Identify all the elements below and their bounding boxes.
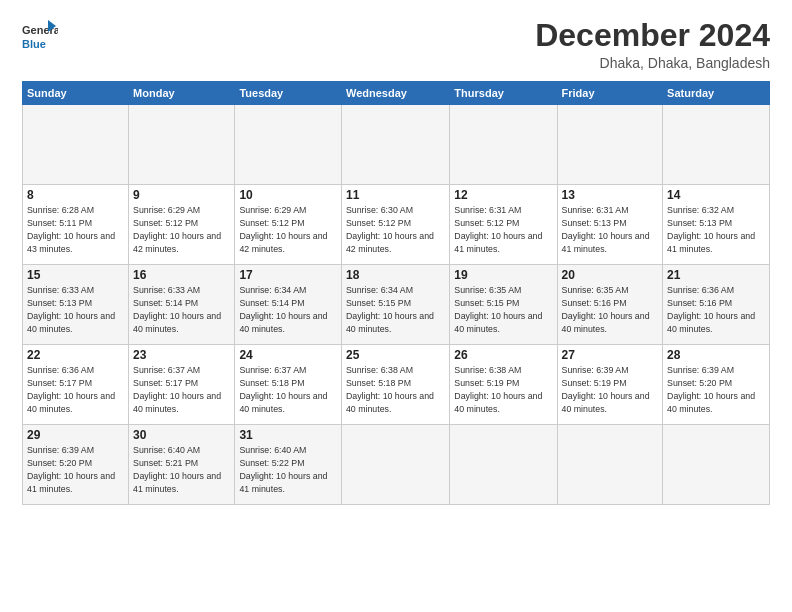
table-row bbox=[341, 105, 449, 185]
col-sunday: Sunday bbox=[23, 82, 129, 105]
day-number: 29 bbox=[27, 428, 124, 442]
day-info: Sunrise: 6:40 AMSunset: 5:22 PMDaylight:… bbox=[239, 445, 327, 494]
day-number: 18 bbox=[346, 268, 445, 282]
table-row: 13 Sunrise: 6:31 AMSunset: 5:13 PMDaylig… bbox=[557, 185, 663, 265]
table-row: 22 Sunrise: 6:36 AMSunset: 5:17 PMDaylig… bbox=[23, 345, 129, 425]
table-row: 16 Sunrise: 6:33 AMSunset: 5:14 PMDaylig… bbox=[129, 265, 235, 345]
day-number: 15 bbox=[27, 268, 124, 282]
day-info: Sunrise: 6:35 AMSunset: 5:16 PMDaylight:… bbox=[562, 285, 650, 334]
day-info: Sunrise: 6:31 AMSunset: 5:12 PMDaylight:… bbox=[454, 205, 542, 254]
day-info: Sunrise: 6:37 AMSunset: 5:17 PMDaylight:… bbox=[133, 365, 221, 414]
day-number: 19 bbox=[454, 268, 552, 282]
day-number: 23 bbox=[133, 348, 230, 362]
logo-icon: General Blue bbox=[22, 18, 58, 58]
day-number: 20 bbox=[562, 268, 659, 282]
col-wednesday: Wednesday bbox=[341, 82, 449, 105]
table-row: 14 Sunrise: 6:32 AMSunset: 5:13 PMDaylig… bbox=[663, 185, 770, 265]
day-info: Sunrise: 6:36 AMSunset: 5:17 PMDaylight:… bbox=[27, 365, 115, 414]
day-number: 27 bbox=[562, 348, 659, 362]
col-saturday: Saturday bbox=[663, 82, 770, 105]
day-number: 21 bbox=[667, 268, 765, 282]
calendar-week-3: 15 Sunrise: 6:33 AMSunset: 5:13 PMDaylig… bbox=[23, 265, 770, 345]
table-row bbox=[23, 105, 129, 185]
day-info: Sunrise: 6:30 AMSunset: 5:12 PMDaylight:… bbox=[346, 205, 434, 254]
day-number: 10 bbox=[239, 188, 337, 202]
col-thursday: Thursday bbox=[450, 82, 557, 105]
day-info: Sunrise: 6:28 AMSunset: 5:11 PMDaylight:… bbox=[27, 205, 115, 254]
calendar-week-2: 8 Sunrise: 6:28 AMSunset: 5:11 PMDayligh… bbox=[23, 185, 770, 265]
day-number: 24 bbox=[239, 348, 337, 362]
day-info: Sunrise: 6:39 AMSunset: 5:19 PMDaylight:… bbox=[562, 365, 650, 414]
calendar-week-4: 22 Sunrise: 6:36 AMSunset: 5:17 PMDaylig… bbox=[23, 345, 770, 425]
day-info: Sunrise: 6:38 AMSunset: 5:19 PMDaylight:… bbox=[454, 365, 542, 414]
day-info: Sunrise: 6:33 AMSunset: 5:13 PMDaylight:… bbox=[27, 285, 115, 334]
table-row bbox=[450, 425, 557, 505]
col-friday: Friday bbox=[557, 82, 663, 105]
calendar-page: General Blue December 2024 Dhaka, Dhaka,… bbox=[0, 0, 792, 612]
table-row: 29 Sunrise: 6:39 AMSunset: 5:20 PMDaylig… bbox=[23, 425, 129, 505]
calendar-week-1 bbox=[23, 105, 770, 185]
day-number: 25 bbox=[346, 348, 445, 362]
table-row: 26 Sunrise: 6:38 AMSunset: 5:19 PMDaylig… bbox=[450, 345, 557, 425]
calendar-week-5: 29 Sunrise: 6:39 AMSunset: 5:20 PMDaylig… bbox=[23, 425, 770, 505]
table-row: 18 Sunrise: 6:34 AMSunset: 5:15 PMDaylig… bbox=[341, 265, 449, 345]
table-row bbox=[663, 105, 770, 185]
table-row: 17 Sunrise: 6:34 AMSunset: 5:14 PMDaylig… bbox=[235, 265, 342, 345]
logo: General Blue bbox=[22, 18, 58, 62]
day-info: Sunrise: 6:33 AMSunset: 5:14 PMDaylight:… bbox=[133, 285, 221, 334]
day-number: 11 bbox=[346, 188, 445, 202]
day-info: Sunrise: 6:35 AMSunset: 5:15 PMDaylight:… bbox=[454, 285, 542, 334]
day-info: Sunrise: 6:40 AMSunset: 5:21 PMDaylight:… bbox=[133, 445, 221, 494]
day-number: 8 bbox=[27, 188, 124, 202]
day-info: Sunrise: 6:39 AMSunset: 5:20 PMDaylight:… bbox=[667, 365, 755, 414]
table-row: 28 Sunrise: 6:39 AMSunset: 5:20 PMDaylig… bbox=[663, 345, 770, 425]
table-row: 19 Sunrise: 6:35 AMSunset: 5:15 PMDaylig… bbox=[450, 265, 557, 345]
day-number: 22 bbox=[27, 348, 124, 362]
day-info: Sunrise: 6:34 AMSunset: 5:15 PMDaylight:… bbox=[346, 285, 434, 334]
table-row: 21 Sunrise: 6:36 AMSunset: 5:16 PMDaylig… bbox=[663, 265, 770, 345]
day-info: Sunrise: 6:37 AMSunset: 5:18 PMDaylight:… bbox=[239, 365, 327, 414]
day-number: 30 bbox=[133, 428, 230, 442]
table-row bbox=[663, 425, 770, 505]
day-number: 26 bbox=[454, 348, 552, 362]
day-info: Sunrise: 6:29 AMSunset: 5:12 PMDaylight:… bbox=[239, 205, 327, 254]
table-row: 9 Sunrise: 6:29 AMSunset: 5:12 PMDayligh… bbox=[129, 185, 235, 265]
table-row bbox=[557, 105, 663, 185]
location: Dhaka, Dhaka, Bangladesh bbox=[535, 55, 770, 71]
day-number: 16 bbox=[133, 268, 230, 282]
day-number: 31 bbox=[239, 428, 337, 442]
day-number: 9 bbox=[133, 188, 230, 202]
table-row: 10 Sunrise: 6:29 AMSunset: 5:12 PMDaylig… bbox=[235, 185, 342, 265]
day-info: Sunrise: 6:32 AMSunset: 5:13 PMDaylight:… bbox=[667, 205, 755, 254]
day-number: 12 bbox=[454, 188, 552, 202]
day-info: Sunrise: 6:39 AMSunset: 5:20 PMDaylight:… bbox=[27, 445, 115, 494]
table-row: 8 Sunrise: 6:28 AMSunset: 5:11 PMDayligh… bbox=[23, 185, 129, 265]
table-row: 30 Sunrise: 6:40 AMSunset: 5:21 PMDaylig… bbox=[129, 425, 235, 505]
table-row: 31 Sunrise: 6:40 AMSunset: 5:22 PMDaylig… bbox=[235, 425, 342, 505]
calendar-table: Sunday Monday Tuesday Wednesday Thursday… bbox=[22, 81, 770, 505]
title-block: December 2024 Dhaka, Dhaka, Bangladesh bbox=[535, 18, 770, 71]
day-info: Sunrise: 6:29 AMSunset: 5:12 PMDaylight:… bbox=[133, 205, 221, 254]
table-row bbox=[450, 105, 557, 185]
table-row: 20 Sunrise: 6:35 AMSunset: 5:16 PMDaylig… bbox=[557, 265, 663, 345]
table-row bbox=[341, 425, 449, 505]
day-number: 13 bbox=[562, 188, 659, 202]
day-number: 28 bbox=[667, 348, 765, 362]
table-row bbox=[557, 425, 663, 505]
month-title: December 2024 bbox=[535, 18, 770, 53]
table-row bbox=[235, 105, 342, 185]
day-info: Sunrise: 6:31 AMSunset: 5:13 PMDaylight:… bbox=[562, 205, 650, 254]
svg-text:Blue: Blue bbox=[22, 38, 46, 50]
day-number: 14 bbox=[667, 188, 765, 202]
day-number: 17 bbox=[239, 268, 337, 282]
table-row: 11 Sunrise: 6:30 AMSunset: 5:12 PMDaylig… bbox=[341, 185, 449, 265]
table-row: 27 Sunrise: 6:39 AMSunset: 5:19 PMDaylig… bbox=[557, 345, 663, 425]
table-row: 24 Sunrise: 6:37 AMSunset: 5:18 PMDaylig… bbox=[235, 345, 342, 425]
table-row bbox=[129, 105, 235, 185]
day-info: Sunrise: 6:36 AMSunset: 5:16 PMDaylight:… bbox=[667, 285, 755, 334]
table-row: 12 Sunrise: 6:31 AMSunset: 5:12 PMDaylig… bbox=[450, 185, 557, 265]
table-row: 15 Sunrise: 6:33 AMSunset: 5:13 PMDaylig… bbox=[23, 265, 129, 345]
col-tuesday: Tuesday bbox=[235, 82, 342, 105]
page-header: General Blue December 2024 Dhaka, Dhaka,… bbox=[22, 18, 770, 71]
header-row: Sunday Monday Tuesday Wednesday Thursday… bbox=[23, 82, 770, 105]
